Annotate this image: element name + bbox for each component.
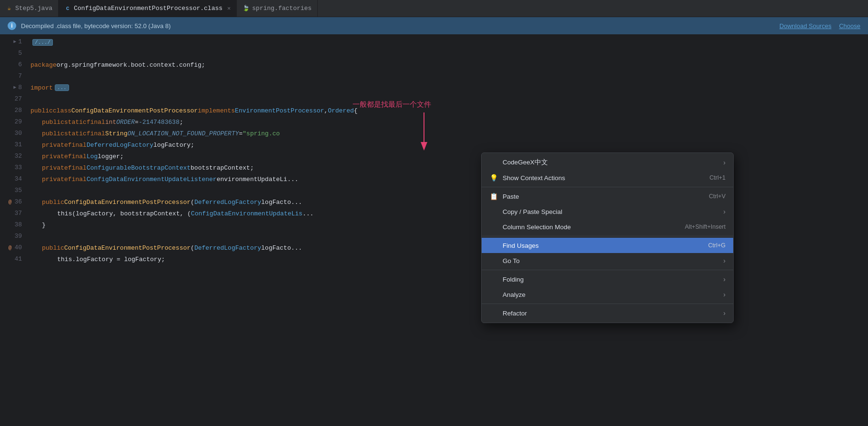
code-line-30: public static final String ON_LOCATION_N… bbox=[27, 128, 868, 139]
code-line-31: private final DeferredLogFactory logFact… bbox=[27, 139, 868, 151]
gutter-37: 37 bbox=[0, 208, 22, 219]
code-line-7 bbox=[27, 71, 868, 82]
paste-label: Paste bbox=[503, 193, 519, 200]
menu-item-column-selection[interactable]: Column Selection Mode Alt+Shift+Insert bbox=[482, 219, 733, 234]
find-usages-shortcut: Ctrl+G bbox=[708, 242, 726, 249]
tab-step5[interactable]: ☕ Step5.java bbox=[0, 0, 59, 17]
folding-arrow: › bbox=[723, 275, 726, 283]
refactor-arrow: › bbox=[723, 309, 726, 317]
menu-item-codegee[interactable]: CodeGeeX中文 › bbox=[482, 155, 733, 170]
context-actions-shortcut: Ctrl+1 bbox=[709, 174, 726, 181]
menu-item-context-actions[interactable]: 💡 Show Context Actions Ctrl+1 bbox=[482, 170, 733, 185]
gutter-27: 27 bbox=[0, 93, 22, 105]
gutter-7: 7 bbox=[0, 71, 22, 82]
separator-2 bbox=[482, 236, 733, 236]
code-line-37: this(logFactory, bootstrapContext, ( Con… bbox=[27, 208, 868, 219]
tab-close-icon[interactable]: ✕ bbox=[227, 5, 231, 12]
gutter-35: 35 bbox=[0, 185, 22, 196]
go-to-label: Go To bbox=[503, 257, 520, 264]
tab-factories-label: spring.factories bbox=[252, 5, 312, 12]
refactor-label: Refactor bbox=[503, 310, 527, 317]
gutter-8: ▶ 8 bbox=[0, 82, 22, 93]
annotation-marker-40: @ bbox=[9, 242, 12, 254]
gutter-29: 29 bbox=[0, 116, 22, 128]
gutter-36: @ 36 bbox=[0, 196, 22, 208]
code-line-5 bbox=[27, 48, 868, 59]
column-selection-icon bbox=[489, 223, 498, 231]
fold-marker-8[interactable]: ... bbox=[55, 84, 69, 91]
code-line-41: this.logFactory = logFactory; bbox=[27, 254, 868, 265]
bulb-icon: 💡 bbox=[489, 173, 498, 182]
annotation-marker-36: @ bbox=[9, 196, 12, 208]
info-bar: i Decompiled .class file, bytecode versi… bbox=[0, 17, 868, 34]
menu-item-analyze[interactable]: Analyze › bbox=[482, 287, 733, 302]
menu-item-find-usages[interactable]: Find Usages Ctrl+G bbox=[482, 238, 733, 253]
gutter-5: 5 bbox=[0, 48, 22, 59]
column-selection-shortcut: Alt+Shift+Insert bbox=[685, 223, 726, 230]
gutter-30: 30 bbox=[0, 128, 22, 139]
menu-item-paste[interactable]: 📋 Paste Ctrl+V bbox=[482, 189, 733, 204]
code-line-34: private final ConfigDataEnvironmentUpdat… bbox=[27, 173, 868, 185]
gutter-1: ▶ 1 bbox=[0, 36, 22, 48]
fold-chevron-8[interactable]: ▶ bbox=[13, 82, 16, 93]
gutter-32: 32 bbox=[0, 151, 22, 162]
column-selection-label: Column Selection Mode bbox=[503, 223, 571, 231]
info-bar-left: i Decompiled .class file, bytecode versi… bbox=[8, 21, 171, 30]
fold-marker-1[interactable]: /.../ bbox=[32, 39, 53, 46]
editor: ▶ 1 5 6 7 ▶ 8 27 28 29 30 31 32 33 34 35… bbox=[0, 34, 868, 426]
tab-configdata-label: ConfigDataEnvironmentPostProcessor.class bbox=[74, 5, 222, 12]
gutter-40: @ 40 bbox=[0, 242, 22, 254]
tab-configdata[interactable]: C ConfigDataEnvironmentPostProcessor.cla… bbox=[59, 0, 237, 17]
factories-icon: 🍃 bbox=[242, 5, 249, 12]
code-line-33: private final ConfigurableBootstrapConte… bbox=[27, 162, 868, 173]
go-to-icon bbox=[489, 256, 498, 265]
info-message: Decompiled .class file, bytecode version… bbox=[21, 22, 171, 30]
menu-item-folding[interactable]: Folding › bbox=[482, 272, 733, 287]
find-usages-label: Find Usages bbox=[503, 242, 539, 249]
code-line-36: public ConfigDataEnvironmentPostProcesso… bbox=[27, 196, 868, 208]
code-line-32: private final Log logger; bbox=[27, 151, 868, 162]
code-line-29: public static final int ORDER = -2147483… bbox=[27, 116, 868, 128]
separator-3 bbox=[482, 270, 733, 270]
tab-factories[interactable]: 🍃 spring.factories bbox=[237, 0, 318, 17]
code-line-6: package org.springframework.boot.context… bbox=[27, 59, 868, 71]
info-bar-right: Download Sources Choose bbox=[779, 22, 860, 30]
refactor-icon bbox=[489, 309, 498, 317]
gutter-38: 38 bbox=[0, 219, 22, 231]
separator-4 bbox=[482, 304, 733, 304]
folding-icon bbox=[489, 275, 498, 284]
code-line-35 bbox=[27, 185, 868, 196]
gutter-39: 39 bbox=[0, 231, 22, 242]
paste-shortcut: Ctrl+V bbox=[709, 193, 726, 200]
analyze-label: Analyze bbox=[503, 291, 525, 298]
fold-chevron-1[interactable]: ▶ bbox=[13, 36, 16, 48]
context-menu: CodeGeeX中文 › 💡 Show Context Actions Ctrl… bbox=[481, 152, 734, 323]
go-to-arrow: › bbox=[723, 257, 726, 264]
analyze-icon bbox=[489, 290, 498, 299]
info-icon: i bbox=[8, 21, 16, 30]
menu-item-refactor[interactable]: Refactor › bbox=[482, 305, 733, 321]
copy-paste-arrow: › bbox=[723, 208, 726, 215]
gutter-31: 31 bbox=[0, 139, 22, 151]
class-icon: C bbox=[64, 5, 71, 12]
codegee-arrow: › bbox=[723, 159, 726, 166]
folding-label: Folding bbox=[503, 276, 524, 283]
code-line-38: } bbox=[27, 219, 868, 231]
java-icon: ☕ bbox=[6, 5, 12, 12]
context-actions-label: Show Context Actions bbox=[503, 174, 565, 182]
gutter-28: 28 bbox=[0, 105, 22, 116]
analyze-arrow: › bbox=[723, 291, 726, 298]
code-line-27 bbox=[27, 93, 868, 105]
tab-bar: ☕ Step5.java C ConfigDataEnvironmentPost… bbox=[0, 0, 868, 17]
gutter: ▶ 1 5 6 7 ▶ 8 27 28 29 30 31 32 33 34 35… bbox=[0, 34, 27, 426]
codegee-icon bbox=[489, 158, 498, 167]
find-usages-icon bbox=[489, 241, 498, 250]
code-line-39 bbox=[27, 231, 868, 242]
menu-item-copy-paste-special[interactable]: Copy / Paste Special › bbox=[482, 204, 733, 219]
download-sources-button[interactable]: Download Sources bbox=[779, 22, 831, 30]
gutter-33: 33 bbox=[0, 162, 22, 173]
choose-button[interactable]: Choose bbox=[839, 22, 860, 30]
separator-1 bbox=[482, 187, 733, 187]
code-line-8: import ... bbox=[27, 82, 868, 93]
menu-item-go-to[interactable]: Go To › bbox=[482, 253, 733, 268]
